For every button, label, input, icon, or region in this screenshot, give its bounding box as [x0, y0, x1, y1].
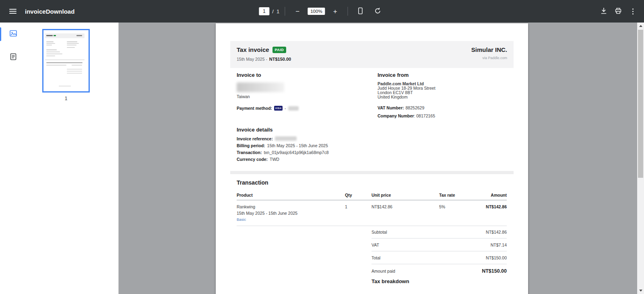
page-separator: / — [272, 8, 274, 14]
subtotal-label: Subtotal — [372, 230, 387, 234]
via-paddle: via Paddle.com — [471, 56, 507, 60]
product-plan: Basic — [237, 217, 246, 222]
pdf-page: Tax invoice PAID 15th May 2025 - NT$150.… — [216, 23, 528, 294]
seller-name: Simular INC. — [471, 46, 507, 53]
download-button[interactable] — [597, 4, 611, 19]
invoice-reference-label: Invoice reference: — [237, 136, 273, 141]
print-button[interactable] — [611, 4, 625, 19]
currency-code-value: TWD — [270, 157, 279, 162]
scroll-down-icon — [639, 290, 642, 292]
zoom-out-icon: − — [295, 8, 299, 15]
vat-number-row: VAT Number: 88252629 — [378, 105, 424, 110]
menu-button[interactable] — [6, 4, 20, 19]
vat-value: NT$7.14 — [491, 243, 507, 247]
thumbnail-page-number: 1 — [42, 96, 90, 101]
zoom-out-button[interactable]: − — [290, 4, 305, 19]
vertical-scrollbar[interactable] — [637, 23, 644, 294]
transaction-id-row: Transaction: txn_01jv9asjc641p96jk1a68mp… — [237, 150, 329, 154]
thumbnails-panel-button[interactable] — [8, 28, 19, 39]
zoom-in-button[interactable]: + — [328, 4, 343, 19]
more-vert-icon — [632, 8, 634, 14]
vat-label: VAT — [372, 243, 379, 247]
vat-row: VAT NT$7.14 — [372, 238, 507, 251]
product-tax-rate: 5% — [439, 204, 445, 209]
seller-address-line: United Kingdom — [378, 95, 436, 99]
tax-breakdown-heading: Tax breakdown — [372, 278, 409, 284]
section-divider — [230, 171, 514, 174]
total-row: Total NT$150.00 — [372, 251, 507, 264]
fit-to-page-button[interactable] — [353, 4, 368, 19]
toolbar-center-controls: / 1 − 100% + — [259, 0, 385, 23]
invoice-from-heading: Invoice from — [378, 72, 409, 78]
billing-period-label: Billing period: — [237, 143, 265, 148]
pdf-viewer-toolbar: invoiceDownload / 1 − 100% + — [0, 0, 644, 23]
rotate-icon — [374, 7, 382, 16]
scroll-down-button[interactable] — [637, 287, 644, 294]
transaction-id-label: Transaction: — [237, 150, 262, 155]
invoice-date: 15th May 2025 - — [237, 57, 267, 62]
page-total: 1 — [277, 8, 279, 14]
invoice-header: Tax invoice PAID 15th May 2025 - NT$150.… — [230, 41, 514, 68]
toolbar-left: invoiceDownload — [6, 0, 74, 23]
customer-country: Taiwan — [237, 94, 250, 99]
paid-badge: PAID — [272, 47, 286, 53]
total-value: NT$150.00 — [486, 255, 507, 260]
amount-paid-label: Amount paid — [372, 269, 395, 273]
billing-period-value: 15th May 2025 - 15th June 2025 — [267, 143, 328, 148]
toolbar-divider — [285, 7, 285, 16]
thumbnails-panel-icon — [9, 29, 18, 39]
invoice-details-heading: Invoice details — [237, 127, 273, 133]
print-icon — [614, 7, 622, 16]
billing-period-row: Billing period: 15th May 2025 - 15th Jun… — [237, 143, 329, 148]
more-options-button[interactable] — [625, 4, 640, 19]
toolbar-divider — [348, 7, 348, 16]
menu-icon — [9, 9, 17, 14]
zoom-in-icon: + — [333, 8, 337, 15]
fit-to-page-icon — [357, 7, 365, 16]
page-number-input[interactable] — [259, 7, 269, 15]
redacted-invoice-reference — [275, 136, 297, 141]
company-number-label: Company Number — [378, 113, 414, 118]
column-header-qty: Qty — [345, 193, 352, 197]
active-panel-indicator — [0, 27, 1, 41]
payment-separator: - — [285, 106, 286, 111]
totals-section: Subtotal NT$142.86 VAT NT$7.14 Total NT$… — [372, 226, 507, 278]
scroll-up-icon — [639, 25, 642, 27]
transaction-heading: Transaction — [237, 179, 268, 186]
document-outline-icon — [9, 53, 17, 62]
scrollbar-thumb[interactable] — [638, 30, 643, 178]
company-number-row: Company Number : 08172165 — [378, 113, 435, 118]
product-name: Rankwing — [237, 204, 255, 209]
toolbar-right — [597, 0, 640, 23]
total-label: Total — [372, 255, 380, 260]
column-header-tax-rate: Tax rate — [439, 193, 455, 197]
transaction-id-value: txn_01jv9asjc641p96jk1a68mp7c8 — [264, 150, 328, 155]
currency-code-row: Currency code: TWD — [237, 157, 329, 161]
product-unit-price: NT$142.86 — [372, 204, 392, 209]
visa-card-icon: VISA — [274, 106, 283, 111]
amount-paid-value: NT$150.00 — [482, 268, 507, 274]
payment-method-label: Payment method: — [237, 106, 272, 111]
vat-number-value: 88252629 — [406, 105, 425, 110]
rotate-button[interactable] — [371, 4, 385, 19]
page-thumbnail[interactable]: 1 — [42, 29, 90, 101]
document-title: invoiceDownload — [25, 8, 74, 15]
company-number-value: : 08172165 — [414, 113, 435, 118]
document-viewport: Tax invoice PAID 15th May 2025 - NT$150.… — [119, 23, 637, 294]
seller-address-block: Paddle.com Market Ltd Judd House 18-29 M… — [378, 82, 436, 99]
payment-method-row: Payment method: VISA - — [237, 106, 299, 111]
invoice-total-amount: NT$150.00 — [269, 57, 291, 62]
invoice-details-list: Invoice reference: Billing period: 15th … — [237, 136, 329, 164]
product-qty: 1 — [345, 204, 347, 209]
column-header-amount: Amount — [491, 193, 507, 197]
thumbnails-sidebar: 1 — [0, 23, 119, 294]
outline-panel-button[interactable] — [8, 51, 19, 63]
amount-paid-row: Amount paid NT$150.00 — [372, 264, 507, 278]
redacted-card-digits — [288, 106, 299, 111]
invoice-title: Tax invoice — [237, 46, 269, 53]
column-header-product: Product — [237, 193, 253, 197]
scroll-up-button[interactable] — [637, 23, 644, 29]
invoice-header-right: Simular INC. via Paddle.com — [471, 46, 507, 63]
subtotal-value: NT$142.86 — [486, 230, 507, 234]
product-amount: NT$142.86 — [486, 204, 507, 209]
